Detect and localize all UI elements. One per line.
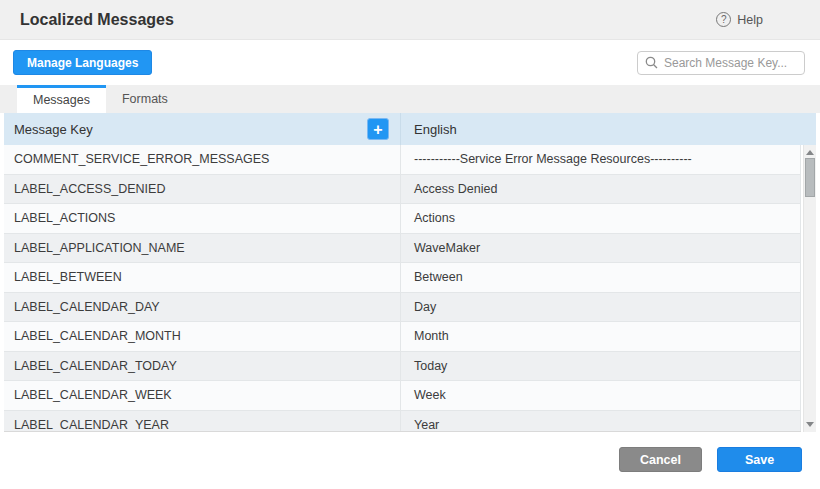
tab-messages[interactable]: Messages	[17, 85, 106, 113]
table-row[interactable]: LABEL_CALENDAR_WEEK Week	[4, 381, 801, 411]
grid-body: COMMENT_SERVICE_ERROR_MESSAGES ---------…	[4, 145, 801, 432]
english-value-cell[interactable]: WaveMaker	[401, 234, 801, 263]
search-icon	[645, 56, 658, 69]
help-icon: ?	[716, 12, 731, 27]
message-key-cell[interactable]: LABEL_CALENDAR_TODAY	[4, 352, 401, 381]
english-value-cell[interactable]: Access Denied	[401, 175, 801, 204]
toolbar: Manage Languages	[0, 40, 820, 85]
titlebar: Localized Messages ? Help	[0, 0, 820, 40]
tabstrip: Messages Formats	[0, 85, 820, 113]
column-header-english: English	[401, 122, 816, 137]
search-input[interactable]	[637, 51, 805, 75]
table-row[interactable]: COMMENT_SERVICE_ERROR_MESSAGES ---------…	[4, 145, 801, 175]
message-key-cell[interactable]: COMMENT_SERVICE_ERROR_MESSAGES	[4, 145, 401, 174]
message-key-cell[interactable]: LABEL_APPLICATION_NAME	[4, 234, 401, 263]
scroll-up-arrow-icon[interactable]	[806, 150, 814, 155]
english-column-label: English	[414, 122, 457, 137]
add-message-key-button[interactable]: +	[367, 118, 389, 140]
message-key-cell[interactable]: LABEL_BETWEEN	[4, 263, 401, 292]
table-row[interactable]: LABEL_CALENDAR_YEAR Year	[4, 411, 801, 433]
message-key-cell[interactable]: LABEL_CALENDAR_MONTH	[4, 322, 401, 351]
scrollbar-thumb[interactable]	[805, 158, 815, 197]
message-key-cell[interactable]: LABEL_CALENDAR_DAY	[4, 293, 401, 322]
vertical-scrollbar[interactable]	[803, 145, 816, 432]
table-row[interactable]: LABEL_BETWEEN Between	[4, 263, 801, 293]
english-value-cell[interactable]: Today	[401, 352, 801, 381]
messages-grid: Message Key + English COMMENT_SERVICE_ER…	[4, 113, 816, 432]
english-value-cell[interactable]: Year	[401, 411, 801, 433]
table-row[interactable]: LABEL_APPLICATION_NAME WaveMaker	[4, 234, 801, 264]
column-header-message-key: Message Key +	[4, 113, 401, 145]
plus-icon: +	[373, 121, 382, 138]
help-button[interactable]: ? Help	[716, 12, 763, 27]
manage-languages-button[interactable]: Manage Languages	[13, 50, 152, 75]
english-value-cell[interactable]: Between	[401, 263, 801, 292]
search-box	[637, 51, 805, 75]
english-value-cell[interactable]: Month	[401, 322, 801, 351]
table-row[interactable]: LABEL_CALENDAR_DAY Day	[4, 293, 801, 323]
message-key-cell[interactable]: LABEL_ACCESS_DENIED	[4, 175, 401, 204]
save-button[interactable]: Save	[717, 447, 802, 472]
message-key-cell[interactable]: LABEL_ACTIONS	[4, 204, 401, 233]
scroll-down-arrow-icon[interactable]	[806, 422, 814, 427]
table-row[interactable]: LABEL_ACTIONS Actions	[4, 204, 801, 234]
message-key-cell[interactable]: LABEL_CALENDAR_WEEK	[4, 381, 401, 410]
table-row[interactable]: LABEL_CALENDAR_TODAY Today	[4, 352, 801, 382]
english-value-cell[interactable]: Week	[401, 381, 801, 410]
english-value-cell[interactable]: -----------Service Error Message Resourc…	[401, 145, 801, 174]
page-title: Localized Messages	[20, 11, 174, 29]
grid-header: Message Key + English	[4, 113, 816, 145]
message-key-column-label: Message Key	[14, 122, 93, 137]
table-row[interactable]: LABEL_ACCESS_DENIED Access Denied	[4, 175, 801, 205]
tab-formats[interactable]: Formats	[106, 85, 184, 113]
cancel-button[interactable]: Cancel	[619, 447, 702, 472]
english-value-cell[interactable]: Actions	[401, 204, 801, 233]
help-label: Help	[737, 13, 763, 27]
english-value-cell[interactable]: Day	[401, 293, 801, 322]
table-row[interactable]: LABEL_CALENDAR_MONTH Month	[4, 322, 801, 352]
localized-messages-dialog: Localized Messages ? Help Manage Languag…	[0, 0, 820, 489]
message-key-cell[interactable]: LABEL_CALENDAR_YEAR	[4, 411, 401, 433]
